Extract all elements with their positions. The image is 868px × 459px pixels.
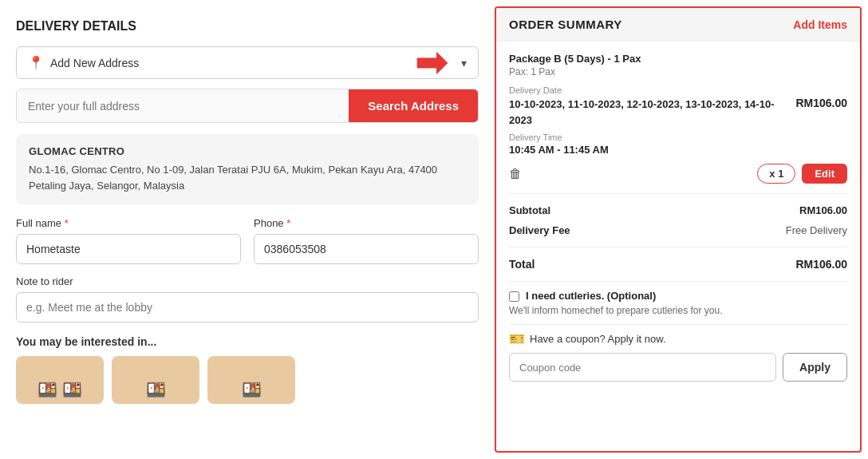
delivery-fee-label: Delivery Fee [509,224,570,236]
cutlery-row: I need cutleries. (Optional) [509,290,847,302]
qty-edit-group: x 1 Edit [757,164,847,184]
food-icon-4: 🍱 [242,380,262,399]
subtotal-value: RM106.00 [799,204,847,216]
cutlery-label: I need cutleries. (Optional) [526,290,656,302]
package-name: Package B (5 Days) - 1 Pax [509,53,847,65]
item-controls-row: 🗑 x 1 Edit [509,164,847,184]
search-address-input[interactable] [17,90,349,122]
saved-address-box: GLOMAC CENTRO No.1-16, Glomac Centro, No… [16,134,479,204]
right-panel: ORDER SUMMARY Add Items Package B (5 Day… [495,6,862,453]
delivery-dates: 10-10-2023, 11-10-2023, 12-10-2023, 13-1… [509,97,789,128]
form-row-name-phone: Full name * Phone * [16,217,479,264]
address-select[interactable]: 📍 Add New Address ▾ [16,46,479,79]
subtotal-line: Subtotal RM106.00 [509,200,847,220]
total-label: Total [509,258,535,271]
order-summary-title: ORDER SUMMARY [509,18,622,31]
note-label: Note to rider [16,275,479,287]
product-card-2[interactable]: 🍱 [112,356,199,404]
delivery-time-value: 10:45 AM - 11:45 AM [509,144,847,156]
food-icon-1: 🍱 [37,380,57,399]
subtotal-label: Subtotal [509,204,550,216]
delivery-time-label: Delivery Time [509,133,847,142]
coupon-label-row: 🎫 Have a coupon? Apply it now. [509,331,847,346]
full-name-input[interactable] [16,234,241,264]
arrow-container: ➡ [415,40,447,85]
note-input[interactable] [16,292,479,322]
delete-item-button[interactable]: 🗑 [509,167,522,181]
phone-input[interactable] [254,234,479,264]
divider-1 [509,193,847,194]
coupon-input-row: Apply [509,353,847,382]
product-cards-row: 🍱 🍱 🍱 🍱 [16,356,479,404]
full-name-label: Full name * [16,217,241,229]
add-items-button[interactable]: Add Items [793,18,847,31]
total-line: Total RM106.00 [509,254,847,275]
order-summary-body: Package B (5 Days) - 1 Pax Pax: 1 Pax De… [496,42,860,451]
food-icon-2: 🍱 [62,380,82,399]
delivery-price: RM106.00 [795,97,847,109]
pax-info: Pax: 1 Pax [509,66,847,77]
phone-label: Phone * [254,217,479,229]
search-address-button[interactable]: Search Address [349,89,478,122]
divider-2 [509,247,847,247]
total-value: RM106.00 [795,258,847,271]
saved-address-name: GLOMAC CENTRO [29,145,466,157]
edit-button[interactable]: Edit [802,164,847,184]
address-select-text: Add New Address [50,57,461,69]
interested-title: You may be interested in... [16,335,479,348]
delivery-fee-value: Free Delivery [786,224,847,236]
delivery-title: DELIVERY DETAILS [16,19,479,34]
full-name-group: Full name * [16,217,241,264]
cutlery-sub: We'll inform homechef to prepare cutleri… [509,305,847,316]
coupon-input[interactable] [509,353,776,382]
chevron-down-icon: ▾ [461,57,467,69]
arrow-right-icon: ➡ [415,42,447,84]
apply-button[interactable]: Apply [783,353,847,382]
delivery-date-row: 10-10-2023, 11-10-2023, 12-10-2023, 13-1… [509,97,847,128]
search-address-row: Search Address [16,89,479,123]
product-card-1[interactable]: 🍱 🍱 [16,356,104,404]
food-icon-3: 🍱 [146,380,166,399]
saved-address-detail: No.1-16, Glomac Centro, No 1-09, Jalan T… [29,162,466,193]
cutlery-checkbox[interactable] [509,291,519,302]
divider-3 [509,281,847,282]
delivery-fee-line: Delivery Fee Free Delivery [509,220,847,240]
phone-group: Phone * [254,217,479,264]
coupon-label: Have a coupon? Apply it now. [530,333,666,345]
pin-icon: 📍 [28,55,44,70]
product-card-3[interactable]: 🍱 [207,356,295,404]
coupon-icon: 🎫 [509,331,525,346]
delivery-date-label: Delivery Date [509,85,847,95]
quantity-badge: x 1 [757,164,795,184]
order-summary-header: ORDER SUMMARY Add Items [496,8,860,42]
divider-4 [509,324,847,325]
